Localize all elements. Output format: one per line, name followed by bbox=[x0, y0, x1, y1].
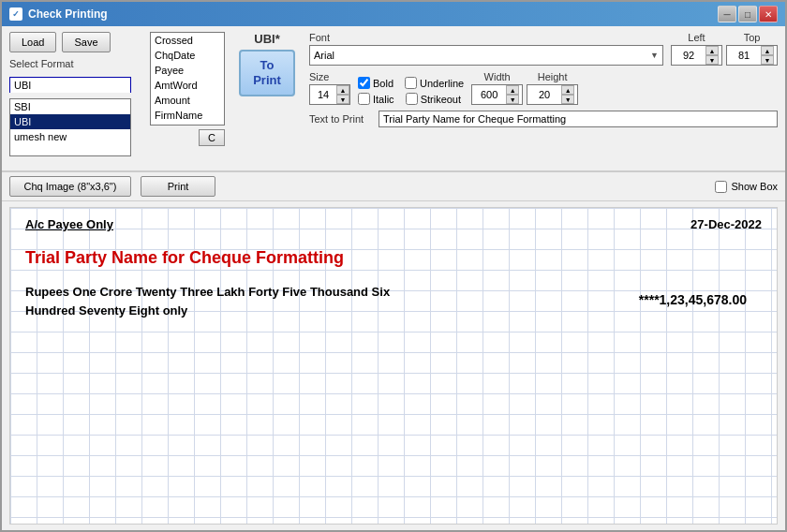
left-top-coords: Left ▲ ▼ Top bbox=[671, 32, 778, 66]
left-spin-buttons: ▲ ▼ bbox=[705, 46, 719, 65]
size-spin: ▲ ▼ bbox=[309, 84, 350, 105]
checkbox-row-1: Bold Underline bbox=[358, 77, 464, 89]
format-list[interactable]: SBI UBI umesh new bbox=[9, 98, 131, 156]
show-box-checkbox[interactable] bbox=[715, 181, 727, 193]
close-button[interactable]: ✕ bbox=[759, 6, 778, 22]
height-up[interactable]: ▲ bbox=[561, 85, 574, 95]
text-to-print-label: Text to Print bbox=[309, 113, 373, 125]
bottom-toolbar: Chq Image (8"x3,6") Print Show Box bbox=[2, 171, 785, 201]
height-label: Height bbox=[527, 71, 578, 82]
minimize-button[interactable]: ─ bbox=[718, 6, 736, 22]
width-input[interactable] bbox=[472, 88, 506, 101]
field-firmname[interactable]: FirmName bbox=[151, 108, 224, 123]
left-label: Left bbox=[671, 32, 722, 43]
top-coord-group: Top ▲ ▼ bbox=[726, 32, 778, 66]
size-up[interactable]: ▲ bbox=[336, 85, 349, 95]
save-button[interactable]: Save bbox=[62, 32, 110, 52]
width-down[interactable]: ▼ bbox=[506, 95, 519, 104]
size-input[interactable] bbox=[310, 87, 336, 102]
underline-label: Underline bbox=[420, 78, 464, 89]
toolbar-middle: Crossed ChqDate Payee AmtWord Amount Fir… bbox=[150, 32, 225, 146]
size-down[interactable]: ▼ bbox=[336, 95, 349, 104]
height-spin-buttons: ▲ ▼ bbox=[561, 85, 574, 104]
italic-checkbox[interactable]: Italic bbox=[358, 93, 394, 105]
check-canvas: A/c Payee Only 27-Dec-2022 Trial Party N… bbox=[9, 207, 778, 525]
strikeout-label: Strikeout bbox=[421, 94, 461, 105]
left-coord-group: Left ▲ ▼ bbox=[671, 32, 722, 66]
left-spin: ▲ ▼ bbox=[671, 45, 722, 66]
load-button[interactable]: Load bbox=[9, 32, 56, 52]
width-spin-buttons: ▲ ▼ bbox=[506, 85, 519, 104]
top-input[interactable] bbox=[727, 49, 761, 62]
left-down[interactable]: ▼ bbox=[705, 55, 719, 65]
chq-image-button[interactable]: Chq Image (8"x3,6") bbox=[9, 176, 131, 197]
field-amount[interactable]: Amount bbox=[151, 93, 224, 108]
window-icon: ✓ bbox=[9, 7, 22, 21]
italic-label: Italic bbox=[373, 94, 394, 105]
toolbar-left: Load Save Select Format SBI UBI umesh ne… bbox=[9, 32, 141, 156]
width-spin: ▲ ▼ bbox=[471, 84, 523, 105]
height-input[interactable] bbox=[527, 88, 561, 101]
field-signatory[interactable]: Signatory bbox=[151, 123, 224, 126]
field-chqdate[interactable]: ChqDate bbox=[151, 48, 224, 63]
amount-words-line2: Hundred Seventy Eight only bbox=[25, 303, 187, 318]
top-label: Top bbox=[726, 32, 778, 43]
left-up[interactable]: ▲ bbox=[705, 46, 719, 55]
font-section: Font Arial ▼ Left ▲ ▼ bbox=[309, 32, 778, 127]
bank-section: UBI* ToPrint bbox=[234, 32, 300, 96]
top-up[interactable]: ▲ bbox=[761, 46, 774, 55]
format-item-sbi[interactable]: SBI bbox=[10, 99, 130, 114]
select-format-label: Select Format bbox=[9, 58, 141, 69]
field-crossed[interactable]: Crossed bbox=[151, 33, 224, 48]
amount-figures: ****1,23,45,678.00 bbox=[639, 292, 747, 307]
underline-check[interactable] bbox=[405, 77, 417, 89]
title-bar: ✓ Check Printing ─ □ ✕ bbox=[2, 2, 785, 26]
text-to-print-row: Text to Print bbox=[309, 111, 778, 127]
font-value: Arial bbox=[314, 50, 334, 61]
strikeout-check[interactable] bbox=[406, 93, 418, 105]
font-dropdown[interactable]: Arial ▼ bbox=[309, 45, 663, 66]
amount-words-line1: Rupees One Crore Twenty Three Lakh Forty… bbox=[25, 285, 390, 299]
field-amtword[interactable]: AmtWord bbox=[151, 78, 224, 93]
format-item-umesh[interactable]: umesh new bbox=[10, 129, 130, 144]
check-date: 27-Dec-2022 bbox=[690, 217, 762, 231]
load-save-row: Load Save bbox=[9, 32, 141, 52]
main-window: ✓ Check Printing ─ □ ✕ Load Save Select … bbox=[0, 0, 787, 532]
c-button[interactable]: C bbox=[199, 129, 225, 146]
window-title: Check Printing bbox=[28, 7, 108, 21]
bank-label: UBI* bbox=[254, 32, 279, 46]
bold-label: Bold bbox=[373, 78, 394, 89]
maximize-button[interactable]: □ bbox=[738, 6, 757, 22]
top-down[interactable]: ▼ bbox=[761, 55, 774, 65]
title-bar-left: ✓ Check Printing bbox=[9, 7, 108, 21]
width-height-coords: Width ▲ ▼ Height bbox=[471, 71, 578, 105]
top-spin-buttons: ▲ ▼ bbox=[761, 46, 774, 65]
font-dropdown-arrow: ▼ bbox=[650, 51, 659, 60]
size-label: Size bbox=[309, 71, 350, 82]
format-item-ubi[interactable]: UBI bbox=[10, 114, 130, 129]
text-to-print-input[interactable] bbox=[379, 111, 778, 127]
print-button[interactable]: Print bbox=[141, 176, 215, 197]
field-list[interactable]: Crossed ChqDate Payee AmtWord Amount Fir… bbox=[150, 32, 225, 126]
field-payee[interactable]: Payee bbox=[151, 63, 224, 78]
left-input[interactable] bbox=[672, 49, 705, 62]
show-box-label: Show Box bbox=[731, 181, 778, 192]
show-box-row: Show Box bbox=[715, 181, 778, 193]
top-spin: ▲ ▼ bbox=[726, 45, 778, 66]
width-coord-group: Width ▲ ▼ bbox=[471, 71, 523, 105]
height-coord-group: Height ▲ ▼ bbox=[527, 71, 578, 105]
italic-check[interactable] bbox=[358, 93, 370, 105]
amount-words: Rupees One Crore Twenty Three Lakh Forty… bbox=[25, 283, 390, 319]
strikeout-checkbox[interactable]: Strikeout bbox=[406, 93, 461, 105]
party-name: Trial Party Name for Cheque Formatting bbox=[25, 248, 762, 268]
width-up[interactable]: ▲ bbox=[506, 85, 519, 95]
format-input[interactable] bbox=[9, 77, 131, 93]
height-down[interactable]: ▼ bbox=[561, 95, 574, 104]
height-spin: ▲ ▼ bbox=[527, 84, 578, 105]
toolbar: Load Save Select Format SBI UBI umesh ne… bbox=[2, 26, 785, 171]
check-content: A/c Payee Only 27-Dec-2022 Trial Party N… bbox=[10, 208, 777, 524]
bold-check[interactable] bbox=[358, 77, 370, 89]
bold-checkbox[interactable]: Bold bbox=[358, 77, 394, 89]
to-print-button[interactable]: ToPrint bbox=[239, 50, 295, 96]
underline-checkbox[interactable]: Underline bbox=[405, 77, 464, 89]
